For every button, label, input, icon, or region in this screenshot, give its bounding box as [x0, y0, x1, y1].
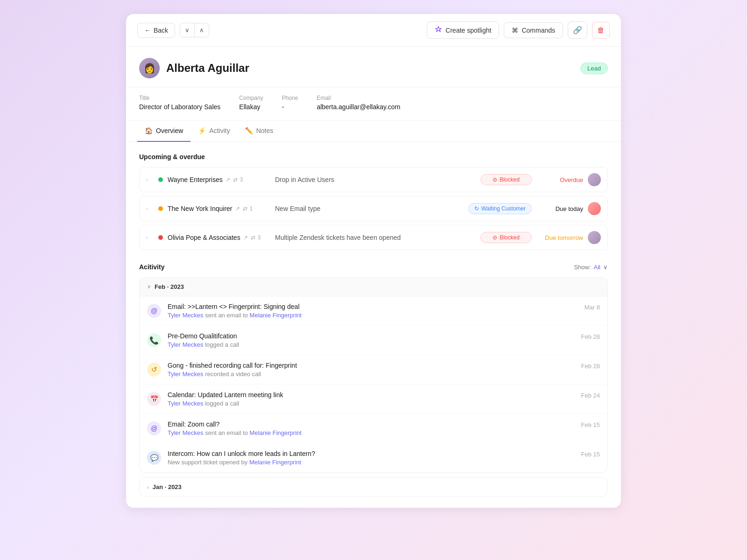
chevron-down-icon: ∨: [185, 27, 190, 34]
activity-header: Acitivity Show: All ∨: [139, 263, 608, 271]
month-group-feb-2023: ∨ Feb · 2023 @ Email: >>Lantern <> Finge…: [139, 277, 608, 473]
activity-date-6: Feb 15: [581, 451, 600, 458]
nav-up-button[interactable]: ∧: [195, 23, 209, 37]
delete-button[interactable]: 🗑: [592, 22, 610, 39]
commands-icon: ⌘: [512, 27, 518, 34]
action-text-5: sent an email to: [205, 429, 249, 436]
activity-icon: ⚡: [198, 127, 206, 134]
action-text-1: sent an email to: [205, 312, 249, 319]
nav-arrows: ∨ ∧: [180, 23, 209, 37]
contact-name-row: 👩 Alberta Aguillar: [139, 58, 249, 78]
contact-header: 👩 Alberta Aguillar Lead: [126, 47, 621, 87]
task-due-today-2: Due today: [536, 205, 583, 212]
activity-title-4: Calendar: Updated Lantern meeting link: [168, 391, 575, 399]
upcoming-title: Upcoming & overdue: [139, 153, 608, 161]
transfer-icon-3: ⇄: [251, 234, 255, 241]
task-row: › Wayne Enterprises ↗ ⇄ 3 Drop in Active…: [139, 167, 608, 192]
lead-badge: Lead: [580, 63, 608, 74]
notes-icon: ✏️: [245, 127, 253, 134]
external-link-icon-1[interactable]: ↗: [226, 176, 230, 183]
external-link-icon-2[interactable]: ↗: [235, 205, 240, 212]
call-icon-2: 📞: [147, 333, 161, 347]
commands-label: Commands: [521, 27, 555, 34]
task-description-2: New Email type: [275, 205, 464, 212]
title-label: Title: [139, 95, 220, 101]
blocked-icon-1: ⊘: [493, 176, 497, 183]
activity-sub-1: Tyler Meckes sent an email to Melanie Fi…: [168, 312, 578, 319]
target-link-5[interactable]: Melanie Fingerprint: [250, 429, 302, 436]
month-header-jan-2023[interactable]: › Jan · 2023: [140, 478, 607, 496]
activity-date-5: Feb 15: [581, 421, 600, 428]
month-header-feb-2023[interactable]: ∨ Feb · 2023: [140, 278, 607, 296]
trash-icon: 🗑: [597, 26, 605, 34]
show-filter-value: All: [594, 264, 600, 271]
activity-item-1: @ Email: >>Lantern <> Fingerprint: Signi…: [140, 296, 607, 326]
activity-title-2: Pre-Demo Qualitifcation: [168, 332, 575, 340]
company-value: Ellakay: [239, 103, 263, 111]
waiting-icon-2: ↻: [474, 205, 479, 212]
task-meta-2: ⇄ 1: [243, 205, 253, 212]
status-dot-yellow-2: [158, 206, 163, 211]
company-name-3: Olivia Pope & Associates: [168, 234, 240, 241]
phone-label: Phone: [282, 95, 298, 101]
title-detail: Title Director of Laboratory Sales: [139, 95, 239, 111]
task-meta-3: ⇄ 3: [251, 234, 261, 241]
month-group-jan-2023: › Jan · 2023: [139, 477, 608, 497]
chevron-up-icon: ∧: [199, 27, 204, 34]
task-company-1: Wayne Enterprises ↗ ⇄ 3: [168, 176, 270, 183]
spotlight-icon: [435, 26, 442, 35]
task-assignee-avatar-2: [588, 202, 601, 215]
show-filter[interactable]: Show: All ∨: [574, 264, 608, 271]
activity-sub-3: Tyler Meckes recorded a video call: [168, 371, 575, 378]
actor-link-3[interactable]: Tyler Meckes: [168, 371, 204, 378]
external-link-icon-3[interactable]: ↗: [243, 234, 248, 241]
actor-link-5[interactable]: Tyler Meckes: [168, 429, 204, 436]
link-button[interactable]: 🔗: [568, 21, 587, 39]
action-text-2: logged a call: [205, 341, 239, 348]
tab-notes[interactable]: ✏️ Notes: [238, 120, 281, 142]
nav-down-button[interactable]: ∨: [180, 23, 195, 37]
activity-title-5: Email: Zoom call?: [168, 420, 575, 428]
task-company-3: Olivia Pope & Associates ↗ ⇄ 3: [168, 234, 270, 241]
tab-overview-label: Overview: [156, 127, 183, 134]
company-detail: Company Ellakay: [239, 95, 282, 111]
create-spotlight-button[interactable]: Create spotlight: [427, 21, 499, 39]
task-description-1: Drop in Active Users: [275, 176, 476, 183]
activity-item-4: 📅 Calendar: Updated Lantern meeting link…: [140, 385, 607, 414]
target-link-1[interactable]: Melanie Fingerprint: [250, 312, 302, 319]
actor-link-2[interactable]: Tyler Meckes: [168, 341, 204, 348]
activity-content-1: Email: >>Lantern <> Fingerprint: Signing…: [168, 303, 578, 319]
activity-title-1: Email: >>Lantern <> Fingerprint: Signing…: [168, 303, 578, 310]
activity-date-4: Feb 24: [581, 392, 600, 399]
commands-button[interactable]: ⌘ Commands: [504, 22, 563, 38]
activity-content-4: Calendar: Updated Lantern meeting link T…: [168, 391, 575, 407]
tabs: 🏠 Overview ⚡ Activity ✏️ Notes: [126, 120, 621, 142]
target-link-6[interactable]: Melanie Fingerprint: [249, 459, 301, 466]
tab-overview[interactable]: 🏠 Overview: [137, 120, 190, 142]
expand-icon-1[interactable]: ›: [146, 176, 154, 183]
email-label: Email: [317, 95, 400, 101]
email-icon-1: @: [147, 304, 161, 318]
task-assignee-avatar-3: [588, 231, 601, 244]
avatar: 👩: [139, 58, 160, 78]
tab-activity-label: Activity: [209, 127, 230, 134]
email-icon-5: @: [147, 421, 161, 435]
back-button[interactable]: ← Back: [137, 23, 175, 38]
title-value: Director of Laboratory Sales: [139, 103, 220, 111]
month-label-feb-2023: Feb · 2023: [155, 283, 184, 290]
activity-item-2: 📞 Pre-Demo Qualitifcation Tyler Meckes l…: [140, 326, 607, 355]
status-badge-blocked-1: ⊘ Blocked: [480, 174, 532, 185]
company-name-2: The New York Inquirer: [168, 205, 233, 212]
phone-detail: Phone -: [282, 95, 317, 111]
actor-link-1[interactable]: Tyler Meckes: [168, 312, 204, 319]
tab-activity[interactable]: ⚡ Activity: [190, 120, 237, 142]
intercom-icon-6: 💬: [147, 451, 161, 465]
expand-icon-2[interactable]: ›: [146, 205, 154, 212]
transfer-icon-1: ⇄: [233, 176, 238, 183]
top-bar-left: ← Back ∨ ∧: [137, 23, 209, 38]
actor-link-4[interactable]: Tyler Meckes: [168, 400, 204, 407]
expand-icon-3[interactable]: ›: [146, 234, 154, 241]
activity-sub-4: Tyler Meckes logged a call: [168, 400, 575, 407]
task-description-3: Multiple Zendesk tickets have been opene…: [275, 234, 476, 241]
month-chevron-down-icon: ∨: [147, 284, 151, 290]
